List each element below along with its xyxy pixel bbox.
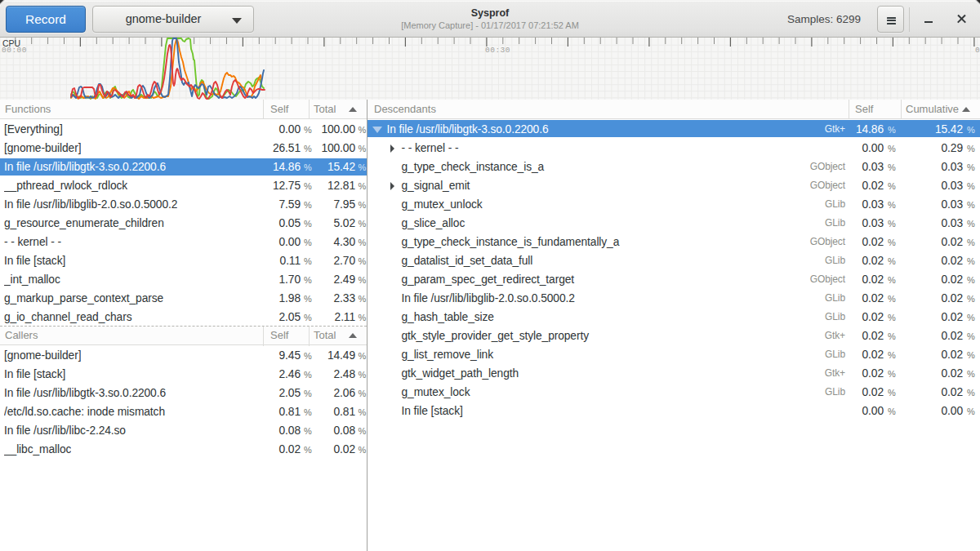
svg-text:00:30: 00:30	[485, 46, 510, 55]
svg-text:01:00: 01:00	[975, 46, 980, 55]
svg-text:00:00: 00:00	[2, 46, 27, 55]
